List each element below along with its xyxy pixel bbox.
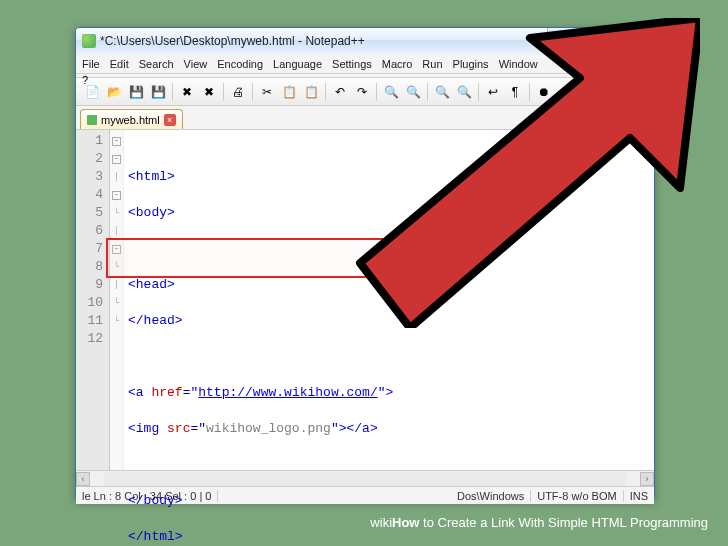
maximize-button[interactable]: ☐ xyxy=(579,28,609,46)
horizontal-scrollbar[interactable]: ‹ › xyxy=(76,470,654,486)
wrap-icon[interactable]: ↩ xyxy=(483,82,503,102)
show-chars-icon[interactable]: ¶ xyxy=(505,82,525,102)
close-button[interactable]: ✕ xyxy=(611,28,653,46)
save-icon[interactable]: 💾 xyxy=(126,82,146,102)
app-icon xyxy=(82,34,96,48)
menubar: File Edit Search View Encoding Language … xyxy=(76,54,654,74)
fold-gutter: - - | - └ | - └ | └ └ xyxy=(110,130,124,470)
replace-icon[interactable]: 🔍 xyxy=(403,82,423,102)
redo-icon[interactable]: ↷ xyxy=(352,82,372,102)
play-macro-icon[interactable]: ▶ xyxy=(556,82,576,102)
app-window: *C:\Users\User\Desktop\myweb.html - Note… xyxy=(75,27,655,501)
menu-view[interactable]: View xyxy=(184,58,208,70)
undo-icon[interactable]: ↶ xyxy=(330,82,350,102)
fold-toggle-icon[interactable]: - xyxy=(112,245,121,254)
menu-run[interactable]: Run xyxy=(422,58,442,70)
zoom-out-icon[interactable]: 🔍 xyxy=(454,82,474,102)
new-file-icon[interactable]: 📄 xyxy=(82,82,102,102)
open-file-icon[interactable]: 📂 xyxy=(104,82,124,102)
menu-settings[interactable]: Settings xyxy=(332,58,372,70)
editor: 1 2 3 4 5 6 7 8 9 10 11 12 - - | - └ | -… xyxy=(76,130,654,470)
tab-myweb[interactable]: myweb.html × xyxy=(80,109,183,129)
toolbar: 📄 📂 💾 💾 ✖ ✖ 🖨 ✂ 📋 📋 ↶ ↷ 🔍 🔍 🔍 🔍 ↩ ¶ ⏺ ▶ xyxy=(76,78,654,106)
code-area[interactable]: <html> <body> <head> </head> <a href="ht… xyxy=(124,130,654,470)
tab-close-icon[interactable]: × xyxy=(164,114,176,126)
tab-label: myweb.html xyxy=(101,114,160,126)
menu-encoding[interactable]: Encoding xyxy=(217,58,263,70)
cut-icon[interactable]: ✂ xyxy=(257,82,277,102)
fold-toggle-icon[interactable]: - xyxy=(112,155,121,164)
menu-window[interactable]: Window xyxy=(499,58,538,70)
close-file-icon[interactable]: ✖ xyxy=(177,82,197,102)
window-buttons: — ☐ ✕ xyxy=(546,28,654,54)
titlebar[interactable]: *C:\Users\User\Desktop\myweb.html - Note… xyxy=(76,28,654,54)
watermark: wikiHow to Create a Link With Simple HTM… xyxy=(370,515,708,530)
menu-plugins[interactable]: Plugins xyxy=(453,58,489,70)
scroll-left-icon[interactable]: ‹ xyxy=(76,472,90,486)
menu-language[interactable]: Language xyxy=(273,58,322,70)
save-all-icon[interactable]: 💾 xyxy=(148,82,168,102)
file-type-icon xyxy=(87,115,97,125)
copy-icon[interactable]: 📋 xyxy=(279,82,299,102)
scroll-track[interactable] xyxy=(104,472,626,486)
window-title: *C:\Users\User\Desktop\myweb.html - Note… xyxy=(100,34,546,48)
minimize-button[interactable]: — xyxy=(547,28,577,46)
print-icon[interactable]: 🖨 xyxy=(228,82,248,102)
menu-file[interactable]: File xyxy=(82,58,100,70)
menu-macro[interactable]: Macro xyxy=(382,58,413,70)
doc-close-button[interactable]: x xyxy=(635,58,649,70)
menu-edit[interactable]: Edit xyxy=(110,58,129,70)
paste-icon[interactable]: 📋 xyxy=(301,82,321,102)
line-gutter: 1 2 3 4 5 6 7 8 9 10 11 12 xyxy=(76,130,110,470)
find-icon[interactable]: 🔍 xyxy=(381,82,401,102)
tabbar: myweb.html × xyxy=(76,106,654,130)
record-macro-icon[interactable]: ⏺ xyxy=(534,82,554,102)
close-all-icon[interactable]: ✖ xyxy=(199,82,219,102)
fold-toggle-icon[interactable]: - xyxy=(112,137,121,146)
fold-toggle-icon[interactable]: - xyxy=(112,191,121,200)
menu-search[interactable]: Search xyxy=(139,58,174,70)
zoom-in-icon[interactable]: 🔍 xyxy=(432,82,452,102)
